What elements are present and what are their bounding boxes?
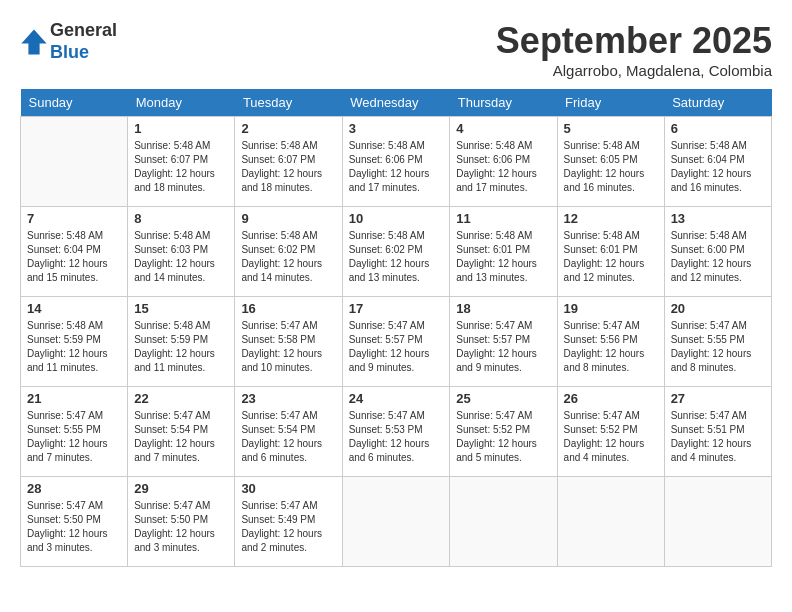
day-info: Sunrise: 5:48 AM Sunset: 6:00 PM Dayligh… [671,229,765,285]
calendar-cell: 12Sunrise: 5:48 AM Sunset: 6:01 PM Dayli… [557,207,664,297]
day-info: Sunrise: 5:48 AM Sunset: 6:02 PM Dayligh… [241,229,335,285]
day-info: Sunrise: 5:48 AM Sunset: 6:05 PM Dayligh… [564,139,658,195]
calendar-cell: 24Sunrise: 5:47 AM Sunset: 5:53 PM Dayli… [342,387,450,477]
weekday-header: Sunday [21,89,128,117]
day-info: Sunrise: 5:47 AM Sunset: 5:53 PM Dayligh… [349,409,444,465]
day-number: 11 [456,211,550,226]
calendar-cell: 6Sunrise: 5:48 AM Sunset: 6:04 PM Daylig… [664,117,771,207]
calendar-cell: 2Sunrise: 5:48 AM Sunset: 6:07 PM Daylig… [235,117,342,207]
day-number: 20 [671,301,765,316]
day-number: 17 [349,301,444,316]
day-info: Sunrise: 5:47 AM Sunset: 5:50 PM Dayligh… [27,499,121,555]
calendar-cell: 19Sunrise: 5:47 AM Sunset: 5:56 PM Dayli… [557,297,664,387]
day-number: 19 [564,301,658,316]
logo-text: General Blue [50,20,117,63]
day-info: Sunrise: 5:47 AM Sunset: 5:54 PM Dayligh… [241,409,335,465]
location: Algarrobo, Magdalena, Colombia [496,62,772,79]
day-number: 27 [671,391,765,406]
day-info: Sunrise: 5:48 AM Sunset: 6:04 PM Dayligh… [671,139,765,195]
day-number: 12 [564,211,658,226]
day-number: 9 [241,211,335,226]
day-number: 26 [564,391,658,406]
day-info: Sunrise: 5:48 AM Sunset: 6:03 PM Dayligh… [134,229,228,285]
day-number: 10 [349,211,444,226]
day-number: 22 [134,391,228,406]
calendar-cell: 27Sunrise: 5:47 AM Sunset: 5:51 PM Dayli… [664,387,771,477]
day-number: 21 [27,391,121,406]
day-number: 16 [241,301,335,316]
day-info: Sunrise: 5:47 AM Sunset: 5:52 PM Dayligh… [456,409,550,465]
calendar-week-row: 1Sunrise: 5:48 AM Sunset: 6:07 PM Daylig… [21,117,772,207]
calendar-cell: 30Sunrise: 5:47 AM Sunset: 5:49 PM Dayli… [235,477,342,567]
calendar-cell: 11Sunrise: 5:48 AM Sunset: 6:01 PM Dayli… [450,207,557,297]
day-info: Sunrise: 5:48 AM Sunset: 6:06 PM Dayligh… [349,139,444,195]
weekday-header: Monday [128,89,235,117]
weekday-header: Tuesday [235,89,342,117]
day-info: Sunrise: 5:47 AM Sunset: 5:55 PM Dayligh… [671,319,765,375]
title-area: September 2025 Algarrobo, Magdalena, Col… [496,20,772,79]
calendar-cell: 7Sunrise: 5:48 AM Sunset: 6:04 PM Daylig… [21,207,128,297]
day-number: 30 [241,481,335,496]
calendar-table: SundayMondayTuesdayWednesdayThursdayFrid… [20,89,772,567]
day-number: 15 [134,301,228,316]
day-info: Sunrise: 5:48 AM Sunset: 6:01 PM Dayligh… [564,229,658,285]
day-number: 5 [564,121,658,136]
day-info: Sunrise: 5:48 AM Sunset: 6:06 PM Dayligh… [456,139,550,195]
calendar-cell [450,477,557,567]
calendar-cell [21,117,128,207]
day-info: Sunrise: 5:48 AM Sunset: 6:04 PM Dayligh… [27,229,121,285]
calendar-cell: 22Sunrise: 5:47 AM Sunset: 5:54 PM Dayli… [128,387,235,477]
weekday-header: Saturday [664,89,771,117]
weekday-header: Thursday [450,89,557,117]
calendar-cell: 18Sunrise: 5:47 AM Sunset: 5:57 PM Dayli… [450,297,557,387]
calendar-cell: 23Sunrise: 5:47 AM Sunset: 5:54 PM Dayli… [235,387,342,477]
calendar-cell [664,477,771,567]
calendar-week-row: 14Sunrise: 5:48 AM Sunset: 5:59 PM Dayli… [21,297,772,387]
calendar-cell: 29Sunrise: 5:47 AM Sunset: 5:50 PM Dayli… [128,477,235,567]
day-info: Sunrise: 5:47 AM Sunset: 5:51 PM Dayligh… [671,409,765,465]
day-info: Sunrise: 5:47 AM Sunset: 5:57 PM Dayligh… [349,319,444,375]
day-info: Sunrise: 5:47 AM Sunset: 5:50 PM Dayligh… [134,499,228,555]
day-number: 2 [241,121,335,136]
calendar-cell: 15Sunrise: 5:48 AM Sunset: 5:59 PM Dayli… [128,297,235,387]
calendar-cell: 8Sunrise: 5:48 AM Sunset: 6:03 PM Daylig… [128,207,235,297]
calendar-cell: 14Sunrise: 5:48 AM Sunset: 5:59 PM Dayli… [21,297,128,387]
calendar-cell: 28Sunrise: 5:47 AM Sunset: 5:50 PM Dayli… [21,477,128,567]
calendar-cell [342,477,450,567]
calendar-cell: 5Sunrise: 5:48 AM Sunset: 6:05 PM Daylig… [557,117,664,207]
page-header: General Blue September 2025 Algarrobo, M… [20,20,772,79]
day-number: 6 [671,121,765,136]
day-number: 3 [349,121,444,136]
calendar-cell: 13Sunrise: 5:48 AM Sunset: 6:00 PM Dayli… [664,207,771,297]
calendar-cell: 3Sunrise: 5:48 AM Sunset: 6:06 PM Daylig… [342,117,450,207]
calendar-cell: 16Sunrise: 5:47 AM Sunset: 5:58 PM Dayli… [235,297,342,387]
day-number: 23 [241,391,335,406]
day-info: Sunrise: 5:47 AM Sunset: 5:54 PM Dayligh… [134,409,228,465]
day-info: Sunrise: 5:47 AM Sunset: 5:58 PM Dayligh… [241,319,335,375]
calendar-cell: 17Sunrise: 5:47 AM Sunset: 5:57 PM Dayli… [342,297,450,387]
calendar-week-row: 28Sunrise: 5:47 AM Sunset: 5:50 PM Dayli… [21,477,772,567]
logo: General Blue [20,20,117,63]
day-number: 28 [27,481,121,496]
svg-marker-0 [21,29,46,54]
logo-icon [20,28,48,56]
day-info: Sunrise: 5:48 AM Sunset: 5:59 PM Dayligh… [134,319,228,375]
day-number: 8 [134,211,228,226]
day-number: 4 [456,121,550,136]
day-number: 29 [134,481,228,496]
calendar-cell: 26Sunrise: 5:47 AM Sunset: 5:52 PM Dayli… [557,387,664,477]
day-info: Sunrise: 5:48 AM Sunset: 6:02 PM Dayligh… [349,229,444,285]
calendar-cell [557,477,664,567]
weekday-header: Friday [557,89,664,117]
calendar-cell: 10Sunrise: 5:48 AM Sunset: 6:02 PM Dayli… [342,207,450,297]
day-number: 14 [27,301,121,316]
day-info: Sunrise: 5:48 AM Sunset: 6:07 PM Dayligh… [241,139,335,195]
day-number: 25 [456,391,550,406]
day-number: 1 [134,121,228,136]
day-info: Sunrise: 5:47 AM Sunset: 5:55 PM Dayligh… [27,409,121,465]
calendar-cell: 20Sunrise: 5:47 AM Sunset: 5:55 PM Dayli… [664,297,771,387]
day-info: Sunrise: 5:48 AM Sunset: 6:01 PM Dayligh… [456,229,550,285]
header-row: SundayMondayTuesdayWednesdayThursdayFrid… [21,89,772,117]
day-number: 24 [349,391,444,406]
calendar-cell: 25Sunrise: 5:47 AM Sunset: 5:52 PM Dayli… [450,387,557,477]
